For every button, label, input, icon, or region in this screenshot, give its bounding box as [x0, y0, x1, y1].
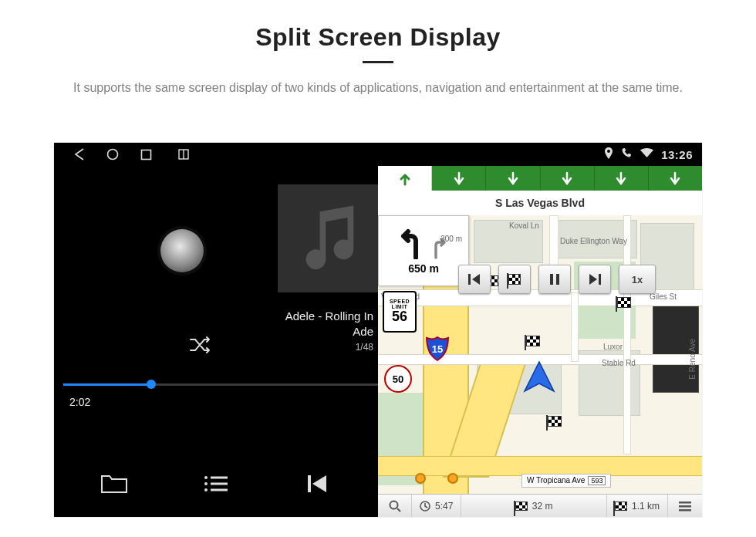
svg-point-4 — [204, 476, 208, 479]
music-pane: Adele - Rolling In Ade 1/48 2:02 — [54, 166, 378, 517]
speed-limit-sign: SPEED LIMIT 56 — [383, 291, 417, 333]
road-label-duke: Duke Ellington Way — [560, 237, 627, 245]
playlist-button[interactable] — [193, 464, 239, 503]
title-divider — [363, 61, 393, 63]
nav-elapsed: 32 m — [461, 495, 607, 517]
road-label-reno: E Reno Ave — [688, 339, 697, 380]
map-speed-button[interactable]: 1x — [619, 265, 656, 294]
lane-5 — [595, 166, 649, 191]
clock-icon — [420, 501, 430, 512]
waypoint-flag-icon — [548, 416, 562, 427]
nav-home-icon[interactable] — [106, 148, 119, 160]
vehicle-marker-icon — [521, 360, 557, 397]
device-screenshot: 13:26 Adele - Rolling In Ade 1/48 2:02 — [54, 143, 702, 517]
speed-limit-value: 56 — [392, 309, 407, 325]
elapsed-time: 2:02 — [69, 396, 90, 408]
map-next-button[interactable] — [579, 265, 611, 294]
folder-button[interactable] — [91, 464, 137, 503]
map-stop-button[interactable] — [498, 265, 531, 294]
svg-point-8 — [204, 488, 208, 491]
svg-rect-9 — [211, 489, 228, 491]
track-title: Adele - Rolling In Ade — [285, 309, 373, 340]
location-icon — [604, 147, 613, 162]
nav-eta: 5:47 — [412, 495, 461, 517]
waypoint-flag-icon — [526, 336, 540, 346]
status-bar: 13:26 — [54, 143, 702, 166]
waypoint-flag-icon — [617, 297, 631, 308]
turn-left-icon — [399, 227, 427, 259]
status-clock: 13:26 — [661, 148, 693, 161]
album-art-placeholder — [278, 184, 386, 292]
turn-distance: 650 m — [408, 262, 439, 275]
checkered-flag-icon — [515, 502, 528, 511]
svg-rect-7 — [211, 483, 228, 485]
svg-point-6 — [204, 482, 208, 485]
track-counter: 1/48 — [356, 342, 373, 353]
lane-2 — [432, 166, 486, 191]
current-speed: 50 — [384, 365, 412, 393]
lane-6 — [649, 166, 702, 191]
svg-rect-12 — [468, 274, 471, 285]
nav-info-bar: 5:47 32 m 1.1 km — [378, 494, 702, 517]
interstate-shield-icon: 15 — [424, 336, 451, 362]
page-subtitle: It supports the same screen display of t… — [46, 79, 710, 97]
svg-rect-20 — [679, 509, 691, 512]
road-label-luxor: Luxor — [603, 343, 623, 351]
road-label-koval: Koval Ln — [509, 221, 539, 230]
turn-instruction: 300 m 650 m — [378, 215, 469, 286]
lane-4 — [541, 166, 595, 191]
svg-rect-14 — [556, 274, 559, 285]
svg-rect-15 — [599, 274, 601, 285]
svg-rect-10 — [308, 475, 311, 492]
svg-point-16 — [390, 501, 397, 508]
lane-3 — [486, 166, 540, 191]
svg-rect-19 — [679, 505, 691, 508]
map-pause-button[interactable] — [538, 265, 571, 294]
next-turn-distance: 300 m — [440, 235, 462, 243]
nav-menu-button[interactable] — [668, 495, 702, 517]
poi-icon — [415, 473, 426, 484]
previous-track-button[interactable] — [295, 464, 341, 503]
poi-icon — [447, 473, 458, 484]
wifi-icon — [640, 148, 653, 160]
progress-bar[interactable] — [63, 383, 378, 386]
nav-remaining: 1.1 km — [607, 495, 668, 517]
search-icon — [389, 500, 401, 512]
map-media-controls: 1x — [458, 265, 656, 294]
phone-icon — [621, 147, 633, 161]
shuffle-button[interactable] — [189, 336, 214, 357]
music-note-icon — [301, 204, 363, 273]
svg-text:15: 15 — [432, 343, 443, 355]
street-label: S Las Vegas Blvd — [378, 191, 702, 215]
lane-1 — [378, 166, 432, 191]
nav-search-button[interactable] — [378, 495, 412, 517]
volume-knob[interactable] — [160, 229, 204, 272]
navigation-pane: S Las Vegas Blvd Koval Ln — [378, 166, 702, 517]
nav-back-icon[interactable] — [74, 148, 85, 160]
checkered-flag-icon — [615, 502, 627, 511]
svg-rect-18 — [679, 502, 691, 504]
exit-label: W Tropicana Ave593 — [521, 474, 611, 488]
svg-point-0 — [108, 150, 118, 160]
lane-guidance-bar — [378, 166, 702, 191]
svg-rect-5 — [211, 477, 228, 479]
road-label-stable: Stable Rd — [602, 359, 636, 367]
map-prev-button[interactable] — [458, 265, 491, 294]
nav-recent-icon[interactable] — [140, 149, 152, 160]
split-screen-icon[interactable] — [178, 149, 189, 160]
menu-icon — [679, 501, 691, 512]
svg-rect-1 — [142, 150, 151, 159]
svg-rect-13 — [550, 274, 553, 285]
page-title: Split Screen Display — [31, 23, 725, 52]
